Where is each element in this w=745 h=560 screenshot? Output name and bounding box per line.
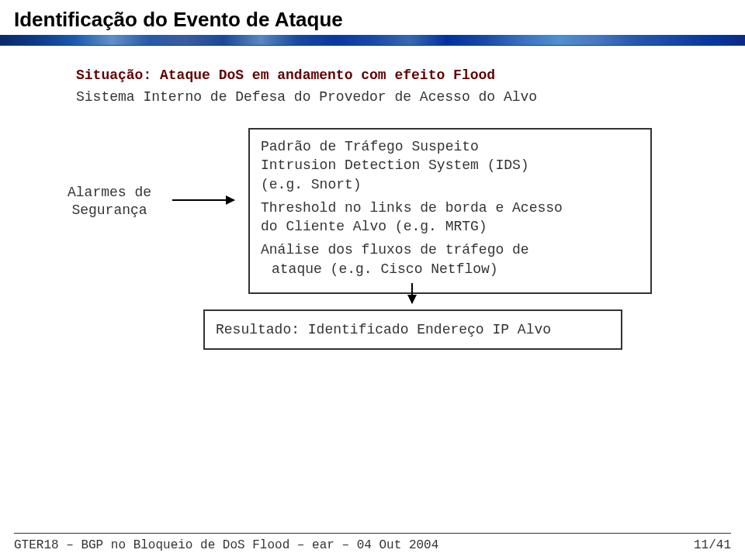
alarms-line2: Segurança — [71, 202, 147, 218]
rule3-line1: Análise dos fluxos de tráfego de — [261, 242, 529, 258]
flow-diagram: Alarmes de Segurança Padrão de Tráfego S… — [0, 128, 745, 361]
rule1-line1: Padrão de Tráfego Suspeito — [261, 139, 479, 154]
rule1-line3: (e.g. Snort) — [261, 177, 362, 192]
footer: GTER18 – BGP no Bloqueio de DoS Flood – … — [14, 533, 731, 552]
situation-text: Situação: Ataque DoS em andamento com ef… — [76, 67, 745, 83]
result-text: Resultado: Identificado Endereço IP Alvo — [216, 322, 551, 337]
rules-box: Padrão de Tráfego Suspeito Intrusion Det… — [248, 128, 652, 294]
alarms-label: Alarmes de Segurança — [51, 184, 168, 220]
arrow-down-icon — [411, 283, 413, 303]
rule2-line2: do Cliente Alvo (e.g. MRTG) — [261, 219, 487, 234]
result-box: Resultado: Identificado Endereço IP Alvo — [203, 309, 622, 350]
slide-title: Identificação do Evento de Ataque — [0, 0, 745, 32]
rule3-line2: ataque (e.g. Cisco Netflow) — [261, 261, 498, 277]
arrow-right-icon — [172, 199, 234, 201]
rule1-line2: Intrusion Detection System (IDS) — [261, 157, 529, 173]
footer-right: 11/41 — [694, 538, 731, 552]
footer-left: GTER18 – BGP no Bloqueio de DoS Flood – … — [14, 538, 438, 552]
system-text: Sistema Interno de Defesa do Provedor de… — [76, 89, 745, 105]
rule2-line1: Threshold no links de borda e Acesso — [261, 200, 563, 216]
alarms-line1: Alarmes de — [68, 185, 151, 200]
decorative-banner — [0, 35, 745, 46]
